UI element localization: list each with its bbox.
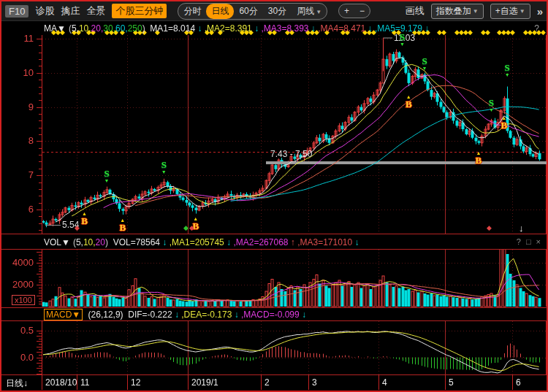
vol-hdr-param: 20 xyxy=(96,237,105,247)
ma-indicator-header: MA▼(5,10,20,30,60,250) MA1=8.014 ↓ ,MA2=… xyxy=(44,23,429,34)
ma-hdr-param: 30, xyxy=(103,23,115,34)
arrow-down-icon: ↓ xyxy=(302,310,306,320)
qinzhuang-button[interactable]: 擒庄 xyxy=(61,4,80,18)
chevron-down-icon: ▼ xyxy=(316,9,321,15)
macd-hdr-params: (26,12,9) xyxy=(85,310,128,320)
ma-hdr-value: MA1=8.014 xyxy=(150,23,197,34)
ma-hdr-param: 250 xyxy=(128,23,142,34)
vol-hdr-value: ,MA1=205745 xyxy=(167,237,227,247)
ma-hdr-param: 60, xyxy=(115,23,128,34)
date-tick-label: 6 xyxy=(516,377,521,388)
vol-hdr-value: ,MA2=267068 xyxy=(231,237,291,247)
arrow-down-icon: ↓ xyxy=(425,23,429,34)
maximize-icon[interactable]: □ xyxy=(526,237,531,246)
panorama-button[interactable]: 全景 xyxy=(86,4,105,18)
ma-hdr-name[interactable]: MA▼ xyxy=(44,23,66,34)
help-icon[interactable]: ? xyxy=(534,23,539,34)
macd-hdr-value: DIF=-0.222 xyxy=(128,310,175,320)
ma-hdr-param: 20, xyxy=(91,23,104,34)
date-tick-label: 2018/10 xyxy=(45,377,77,388)
macd-hdr-name[interactable]: MACD▼ xyxy=(44,309,83,320)
period-indicator[interactable]: 日线↓ xyxy=(6,377,28,390)
macd-hdr-value: ,MACD=-0.099 xyxy=(239,310,302,320)
macd-hdr-value: ,DEA=-0.173 xyxy=(179,310,235,320)
vol-hdr-params-close: ) xyxy=(105,237,113,247)
arrow-down-icon: ↓ xyxy=(23,378,28,388)
vol-hdr-name[interactable]: VOL▼ xyxy=(44,237,70,247)
macd-indicator-header: MACD▼ (26,12,9) DIF=-0.222 ↓ ,DEA=-0.173… xyxy=(44,309,306,320)
date-tick-label: 11 xyxy=(80,377,89,388)
ma-hdr-value: ,MA3=8.393 xyxy=(259,23,311,34)
date-tick-label: 2 xyxy=(265,377,270,388)
vol-hdr-param: 5, xyxy=(76,237,83,247)
ma-hdr-value: ,MA4=8.471 xyxy=(316,23,368,34)
chevron-down-icon: ▼ xyxy=(520,8,525,15)
chevron-down-icon: ▼ xyxy=(473,8,479,15)
zoom-in-button[interactable]: + xyxy=(339,4,354,18)
help-icon[interactable]: ? xyxy=(517,237,521,246)
zoom-out-button[interactable]: − xyxy=(354,4,370,18)
vol-hdr-value: ,MA3=171010 xyxy=(295,237,355,247)
tab-period-日线[interactable]: 日线 xyxy=(206,4,234,19)
stock-chart-window: F10 诊股 擒庄 全景 个股三分钟 分时日线60分30分周线▼ + − 画线 … xyxy=(0,0,548,392)
ma-hdr-params-close: ) xyxy=(142,23,151,34)
zoom-controls: + − xyxy=(338,4,370,18)
diagnose-stock-button[interactable]: 诊股 xyxy=(35,4,54,18)
date-tick-label: 12 xyxy=(131,377,140,388)
top-toolbar: F10 诊股 擒庄 全景 个股三分钟 分时日线60分30分周线▼ + − 画线 … xyxy=(1,1,547,21)
ma-hdr-value: ,MA5=9.179 xyxy=(373,23,425,34)
vol-panel-icons: ?□× xyxy=(517,237,541,246)
date-tick-label: 3 xyxy=(312,377,317,388)
volume-unit-label: x100 xyxy=(12,295,35,305)
date-tick-label: 5 xyxy=(449,377,454,388)
vol-hdr-value: VOL=78564 xyxy=(113,237,163,247)
add-watchlist-label: +自选 xyxy=(495,5,518,18)
tab-period-30分[interactable]: 30分 xyxy=(263,4,292,19)
collapse-panel-icon[interactable]: » xyxy=(537,5,543,18)
stock-3min-button[interactable]: 个股三分钟 xyxy=(112,4,167,18)
arrow-down-icon: ↓ xyxy=(355,237,359,247)
date-tick-label: 4 xyxy=(382,377,387,388)
tab-period-分时[interactable]: 分时 xyxy=(178,4,206,19)
date-tick-label: 2019/1 xyxy=(191,377,218,388)
ma-hdr-value: ,MA2=8.391 xyxy=(202,23,254,34)
ma-hdr-param: 5, xyxy=(72,23,79,34)
period-tabs: 分时日线60分30分周线▼ xyxy=(178,3,327,20)
date-axis: 日线↓ 2018/1011122019/123456 xyxy=(1,375,548,391)
add-watchlist-dropdown[interactable]: +自选 ▼ xyxy=(490,4,530,19)
chart-canvas[interactable] xyxy=(1,1,548,392)
index-overlay-dropdown[interactable]: 指数叠加 ▼ xyxy=(431,4,484,19)
period-indicator-label: 日线 xyxy=(6,378,23,388)
f10-button[interactable]: F10 xyxy=(5,5,28,18)
index-overlay-label: 指数叠加 xyxy=(436,5,471,18)
tab-period-60分[interactable]: 60分 xyxy=(234,4,262,19)
close-icon[interactable]: × xyxy=(536,237,541,246)
draw-line-button[interactable]: 画线 xyxy=(406,4,425,18)
ma-hdr-param: 10, xyxy=(79,23,91,34)
vol-indicator-header: VOL▼(5,10,20) VOL=78564 ↓ ,MA1=205745 ↓ … xyxy=(44,237,359,248)
vol-hdr-param: 10, xyxy=(83,237,96,247)
tab-period-周线[interactable]: 周线▼ xyxy=(292,4,327,19)
